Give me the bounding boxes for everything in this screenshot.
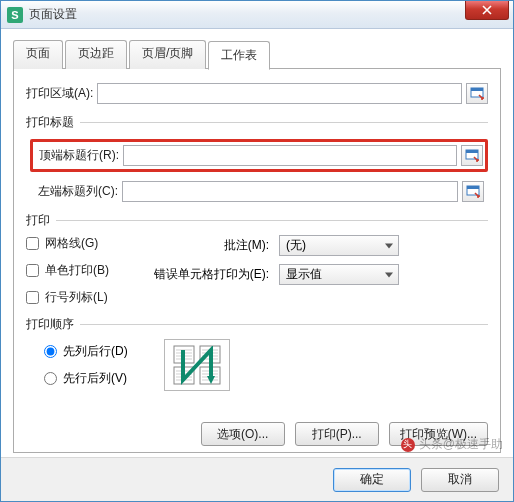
rowcol-headers-checkbox[interactable] bbox=[26, 291, 39, 304]
monochrome-checkbox[interactable] bbox=[26, 264, 39, 277]
tab-margins[interactable]: 页边距 bbox=[65, 40, 127, 69]
top-title-rows-range-button[interactable] bbox=[461, 145, 483, 166]
down-then-over-label: 先列后行(D) bbox=[63, 343, 128, 360]
svg-rect-6 bbox=[174, 346, 194, 363]
range-select-icon bbox=[466, 185, 480, 199]
range-select-icon bbox=[470, 87, 484, 101]
tab-panel-sheet: 打印区域(A): 打印标题 bbox=[13, 68, 501, 453]
print-button[interactable]: 打印(P)... bbox=[295, 422, 379, 446]
tab-sheet[interactable]: 工作表 bbox=[208, 41, 270, 70]
print-titles-group-label: 打印标题 bbox=[26, 114, 74, 131]
down-then-over-radio-row[interactable]: 先列后行(D) bbox=[44, 343, 128, 360]
comments-select[interactable]: (无) bbox=[279, 235, 399, 256]
print-group-label: 打印 bbox=[26, 212, 50, 229]
errors-value: 显示值 bbox=[286, 266, 322, 283]
left-title-cols-label: 左端标题列(C): bbox=[38, 183, 118, 200]
dialog-window: S 页面设置 页面 页边距 页眉/页脚 工作表 打印区域(A): bbox=[0, 0, 514, 502]
top-title-rows-input[interactable] bbox=[123, 145, 457, 166]
comments-label: 批注(M): bbox=[139, 237, 269, 254]
svg-rect-1 bbox=[471, 88, 483, 91]
separator bbox=[80, 324, 488, 325]
down-then-over-radio[interactable] bbox=[44, 345, 57, 358]
errors-label: 错误单元格打印为(E): bbox=[139, 266, 269, 283]
svg-rect-17 bbox=[200, 367, 220, 384]
print-preview-button[interactable]: 打印预览(W)... bbox=[389, 422, 488, 446]
dialog-body: 页面 页边距 页眉/页脚 工作表 打印区域(A): bbox=[1, 29, 513, 457]
print-area-range-button[interactable] bbox=[466, 83, 488, 104]
order-group-label: 打印顺序 bbox=[26, 316, 74, 333]
over-then-down-radio-row[interactable]: 先行后列(V) bbox=[44, 370, 128, 387]
print-area-input[interactable] bbox=[97, 83, 462, 104]
ok-button[interactable]: 确定 bbox=[333, 468, 411, 492]
over-then-down-radio[interactable] bbox=[44, 372, 57, 385]
top-title-rows-label: 顶端标题行(R): bbox=[39, 147, 119, 164]
left-title-cols-range-button[interactable] bbox=[462, 181, 484, 202]
gridlines-checkbox-row[interactable]: 网格线(G) bbox=[26, 235, 109, 252]
svg-rect-5 bbox=[467, 186, 479, 189]
svg-rect-7 bbox=[174, 367, 194, 384]
left-title-cols-input[interactable] bbox=[122, 181, 458, 202]
rowcol-headers-checkbox-row[interactable]: 行号列标(L) bbox=[26, 289, 109, 306]
print-area-label: 打印区域(A): bbox=[26, 85, 93, 102]
errors-select[interactable]: 显示值 bbox=[279, 264, 399, 285]
over-then-down-label: 先行后列(V) bbox=[63, 370, 127, 387]
monochrome-checkbox-row[interactable]: 单色打印(B) bbox=[26, 262, 109, 279]
monochrome-label: 单色打印(B) bbox=[45, 262, 109, 279]
close-button[interactable] bbox=[465, 1, 509, 20]
app-icon: S bbox=[7, 7, 23, 23]
rowcol-headers-label: 行号列标(L) bbox=[45, 289, 108, 306]
svg-rect-3 bbox=[466, 150, 478, 153]
separator bbox=[56, 220, 488, 221]
window-title: 页面设置 bbox=[29, 6, 77, 23]
tab-page[interactable]: 页面 bbox=[13, 40, 63, 69]
comments-value: (无) bbox=[286, 237, 306, 254]
range-select-icon bbox=[465, 149, 479, 163]
close-icon bbox=[482, 5, 492, 15]
gridlines-label: 网格线(G) bbox=[45, 235, 98, 252]
svg-rect-16 bbox=[200, 346, 220, 363]
gridlines-checkbox[interactable] bbox=[26, 237, 39, 250]
order-preview-icon bbox=[164, 339, 230, 391]
tabstrip: 页面 页边距 页眉/页脚 工作表 bbox=[13, 39, 501, 68]
tab-header-footer[interactable]: 页眉/页脚 bbox=[129, 40, 206, 69]
options-button[interactable]: 选项(O)... bbox=[201, 422, 285, 446]
dialog-footer: 确定 取消 bbox=[1, 457, 513, 501]
titlebar: S 页面设置 bbox=[1, 1, 513, 29]
cancel-button[interactable]: 取消 bbox=[421, 468, 499, 492]
separator bbox=[80, 122, 488, 123]
top-title-rows-highlight: 顶端标题行(R): bbox=[30, 139, 488, 172]
